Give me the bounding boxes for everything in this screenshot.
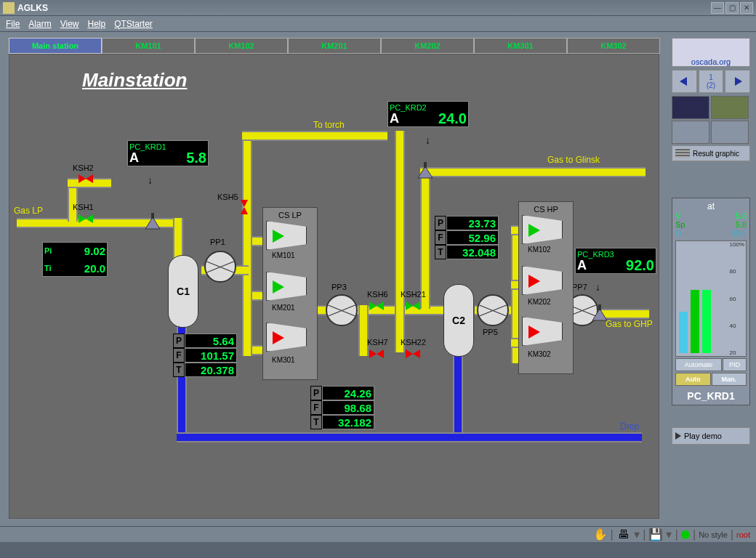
svg-rect-5 <box>598 304 601 310</box>
nav-page-indicator[interactable]: 1(2) <box>699 70 724 93</box>
maximize-button[interactable]: ▢ <box>725 2 739 14</box>
valve-ksh5[interactable] <box>241 200 249 214</box>
tab-main-station[interactable]: Main station <box>9 38 102 54</box>
box-pc-krd2[interactable]: PC_KRD2 A24.0 <box>387 101 469 127</box>
tabs: Main station KM101 KM102 KM201 KM202 KM3… <box>9 38 660 54</box>
svg-marker-7 <box>735 77 742 86</box>
tab-km102[interactable]: KM102 <box>195 38 288 54</box>
vessel-c1[interactable]: C1 <box>168 255 198 328</box>
valve-ksh1[interactable] <box>79 214 93 223</box>
status-user[interactable]: root <box>736 530 750 539</box>
close-button[interactable]: ✕ <box>740 2 753 14</box>
pump-pp5[interactable] <box>477 294 509 326</box>
svg-rect-3 <box>424 162 427 168</box>
tab-km301[interactable]: KM301 <box>474 38 567 54</box>
label-to-torch: To torch <box>313 120 345 130</box>
menu-view[interactable]: View <box>60 19 79 29</box>
label-ksh22: KSH22 <box>401 338 426 347</box>
control-valve-1[interactable] <box>142 211 163 232</box>
minimize-button[interactable]: — <box>711 2 724 14</box>
valve-ksh22[interactable] <box>406 349 420 358</box>
print-icon[interactable]: 🖶 <box>616 528 631 541</box>
comp-km202[interactable] <box>522 266 563 295</box>
pump-pp3[interactable] <box>326 294 358 326</box>
valve-ksh2[interactable] <box>79 174 93 183</box>
app-icon <box>3 2 15 14</box>
valve-ksh6[interactable] <box>369 302 384 310</box>
pft-mid[interactable]: PFT 24.2698.6832.182 <box>310 386 374 429</box>
man-button[interactable]: Man. <box>712 373 747 386</box>
svg-marker-4 <box>592 309 607 320</box>
menu-alarm[interactable]: Alarm <box>28 19 51 29</box>
pft-c2[interactable]: PFT 23.7352.9632.048 <box>435 216 499 259</box>
save-icon[interactable]: 💾 <box>648 528 663 541</box>
window-title: AGLKS <box>17 3 711 13</box>
tab-km101[interactable]: KM101 <box>102 38 195 54</box>
bar-v <box>702 290 711 353</box>
comp-km301[interactable] <box>266 323 307 352</box>
valve-ksh21[interactable] <box>406 302 420 310</box>
comp-km302[interactable] <box>522 317 563 346</box>
page-title: Mainstation <box>82 69 187 92</box>
pipe <box>420 167 430 309</box>
tab-km302[interactable]: KM302 <box>567 38 660 54</box>
bar-o <box>679 312 688 353</box>
comp-km101[interactable] <box>266 221 307 250</box>
pc-krd2-mode: A <box>390 111 399 126</box>
pipe-blue <box>177 432 642 442</box>
label-ksh1: KSH1 <box>73 203 94 211</box>
tool-icon-2[interactable] <box>711 96 749 119</box>
logo[interactable]: oscada.org <box>672 38 750 67</box>
pipe <box>395 131 405 352</box>
box-pc-krd1[interactable]: PC_KRD1 A5.8 <box>127 140 209 166</box>
group-cs-hp: CS HP KM102 KM202 KM302 <box>518 201 574 374</box>
bar-sp <box>691 290 699 353</box>
pump-pp1[interactable] <box>204 251 236 283</box>
diagram: Mainstation KSH1 KSH2 KSH5 <box>9 54 659 519</box>
nav-prev-button[interactable] <box>672 70 697 93</box>
auto-button[interactable]: Auto <box>675 373 711 386</box>
arrow-down-icon: ↓ <box>425 134 430 146</box>
svg-marker-0 <box>145 217 160 229</box>
label-ksh2: KSH2 <box>73 163 94 172</box>
tool-icon-1[interactable] <box>672 96 709 119</box>
valve-ksh7[interactable] <box>369 349 384 358</box>
tab-km201[interactable]: KM201 <box>288 38 381 54</box>
tool-icon-3[interactable] <box>672 121 709 144</box>
svg-marker-6 <box>680 77 687 86</box>
status-style[interactable]: No style <box>699 530 728 539</box>
label-ksh5: KSH5 <box>217 193 238 201</box>
label-ksh21: KSH21 <box>401 290 426 299</box>
label-ksh6: KSH6 <box>367 290 388 299</box>
menu-help[interactable]: Help <box>87 19 105 29</box>
tool-icon-4[interactable] <box>711 121 749 144</box>
label-pp7: PP7 <box>572 283 587 291</box>
result-graphic-button[interactable]: Result graphic <box>672 145 750 161</box>
arrow-down-icon: ↓ <box>595 281 600 293</box>
cs-hp-title: CS HP <box>522 205 570 214</box>
pipe <box>358 305 369 356</box>
pid-button[interactable]: PID <box>723 358 747 371</box>
automate-button[interactable]: Automate <box>675 358 722 371</box>
pipe <box>242 131 252 356</box>
box-pc-krd3[interactable]: PC_KRD3 A92.0 <box>575 248 656 274</box>
vessel-c2[interactable]: C2 <box>443 284 474 357</box>
pc-krd1-mode: A <box>129 150 139 166</box>
nav-next-button[interactable] <box>725 70 750 93</box>
status-led-icon <box>681 530 690 539</box>
label-pp3: PP3 <box>331 283 347 291</box>
control-valve-2[interactable] <box>415 161 435 181</box>
menu-file[interactable]: File <box>6 19 20 29</box>
pc-krd3-value: 92.0 <box>626 257 654 274</box>
play-icon <box>675 432 681 440</box>
box-inlet[interactable]: Pi9.02 Ti20.0 <box>42 242 108 277</box>
pipe <box>242 131 387 141</box>
comp-km201[interactable] <box>266 272 307 301</box>
control-valve-3[interactable] <box>590 303 610 323</box>
pft-c1[interactable]: PFT 5.64101.5720.378 <box>173 333 237 377</box>
menu-qtstarter[interactable]: QTStarter <box>114 19 153 29</box>
comp-km102[interactable] <box>522 215 563 244</box>
tab-km202[interactable]: KM202 <box>381 38 474 54</box>
hand-icon[interactable]: ✋ <box>593 528 608 541</box>
play-demo-button[interactable]: Play demo <box>672 427 750 445</box>
